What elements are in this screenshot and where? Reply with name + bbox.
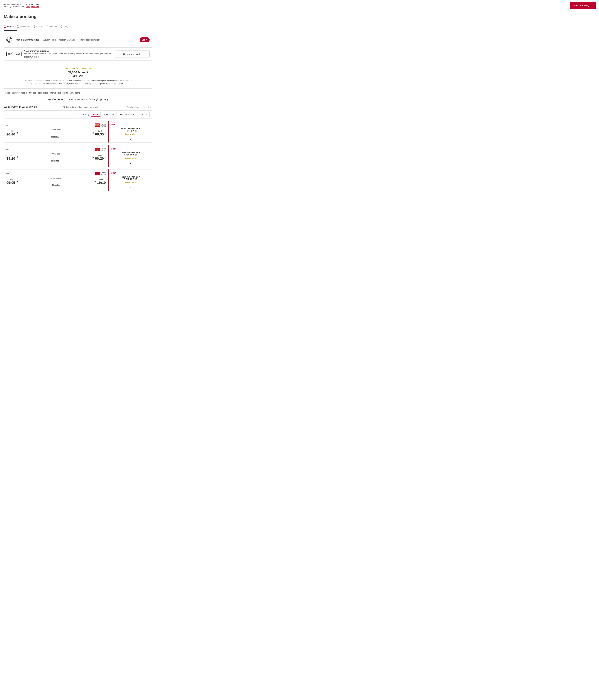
line-dot [95,181,96,182]
flight-line: 6 hrs 5 mins ✈ Non-stop [16,177,96,186]
step-payment[interactable]: 4 Payment [47,23,61,30]
sort-price-button[interactable]: Price [91,112,101,117]
flight-times: LHR 14:20 6 hrs 0 min ✈ Non-stop DXB 00:… [6,153,106,162]
nonstop-link[interactable]: Non-stop [51,160,59,162]
trip-info: One way · 1 passenger · Change search [3,5,40,8]
sort-departure-button[interactable]: Departure time [118,112,136,117]
price-amount: GBP 297.18 [124,130,138,132]
flight-number-row: 03 EMIRATES ✈ A380 EK008 [6,172,106,175]
sort-arrival-button[interactable]: Arrival time [102,112,117,117]
header-info: London Heathrow (LHR) to Dubai (DXB) One… [3,3,40,8]
view-summary-button[interactable]: View summary ⌄ [570,2,596,9]
currency-text: Your preferred currency You are viewing … [24,50,115,58]
departure-time: 20:40 [6,132,15,136]
flight-number: 01 [6,124,9,126]
departure-code: LHR [6,130,15,132]
sort-bar: Sort by: Price Arrival time Departure ti… [4,110,152,119]
svg-text:✈: ✈ [97,126,98,127]
page-header: London Heathrow (LHR) to Dubai (DXB) One… [0,0,599,11]
departure-time: 14:20 [6,156,15,160]
day-offset: +1 [104,133,106,134]
flight-card: 03 EMIRATES ✈ A380 EK008 LHR [4,169,152,191]
step-1-number: 1 [4,24,6,29]
departure-info: LHR 09:05 [6,178,15,185]
emirates-logo-icon: EMIRATES ✈ [95,172,100,175]
skywards-icon: © [6,37,12,43]
flight-number: 02 [6,148,9,151]
expand-flight-button[interactable]: ⌄ [129,137,131,140]
flight-number: 03 [6,172,9,175]
expand-flight-button[interactable]: ⌄ [129,161,131,165]
check-icon: ✓ [145,39,147,41]
emirates-logo-icon: EMIRATES ✈ [95,148,100,151]
next-day-link[interactable]: Next day › [143,106,152,108]
arrival-info: DXB 06:35+1 [95,130,106,136]
redeem-title: Redeem Skywards Miles [14,39,39,41]
flight-pricing-right[interactable]: First From 85,000 Miles + GBP 297.18 Low… [109,121,152,143]
currency-description: You are viewing prices in GBP. If you wo… [24,52,115,58]
fare-conditions-note: Please ensure you read the fare conditio… [4,92,152,94]
aircraft-type: A380 [101,148,106,149]
step-2-number: 2 [17,24,19,28]
plane-icon: ✈ [48,98,51,101]
flight-info-left: 03 EMIRATES ✈ A380 EK008 LHR [4,170,109,191]
departure-code: LHR [6,178,15,181]
flight-info-left: 01 EMIRATES ✈ A380 EK004 LHR [4,121,109,143]
flight-duration: 6 hrs 5 mins [51,177,61,179]
price-from-label: From 85,000 Miles + [121,152,140,154]
date-navigation: Wednesday, 11 August 2021 All times disp… [4,106,152,108]
line-dot [93,156,94,158]
sort-by-label: Sort by: [83,113,90,116]
lowest-price-tag: Lowest price [125,157,136,159]
lowest-price-label: Lowest price for all passengers [7,67,149,69]
flight-code: EK004 [101,125,106,127]
expand-flight-button[interactable]: ⌄ [129,185,131,189]
flight-number-row: 02 EMIRATES ✈ A380 EK002 [6,148,106,151]
svg-text:✈: ✈ [97,174,98,175]
day-offset: +1 [104,157,106,159]
times-note: All times displayed are local for each c… [63,106,100,108]
currency-arrow-icon: › [14,53,14,55]
flight-pricing-right[interactable]: First From 85,000 Miles + GBP 297.18 Low… [109,145,152,167]
nonstop-link[interactable]: Non-stop [51,135,59,138]
flight-line-visual: ✈ [16,156,94,158]
step-passengers[interactable]: 2 Passengers [17,23,33,30]
day-navigation: ‹ Previous day | Next day › [126,106,152,108]
previous-day-link[interactable]: ‹ Previous day [126,106,139,108]
currency-icons: GBP › AUD [6,52,22,56]
step-5-label: Verify [63,25,69,28]
arrival-time: 00:20+1 [95,156,106,160]
cabin-class-label: First [111,148,116,150]
flight-pricing-right[interactable]: First From 85,000 Miles + GBP 297.18 Low… [109,170,152,191]
flight-times: LHR 20:40 5 hrs 55 mins ✈ Non-stop DXB 0… [6,129,106,138]
arrival-code: DXB [95,130,106,132]
flight-number-row: 01 EMIRATES ✈ A380 EK004 [6,123,106,127]
chevron-down-icon: ⌄ [591,4,593,7]
redeem-description: Would you like to redeem Skywards Miles … [43,39,100,41]
step-flights[interactable]: 1 Flights [4,22,17,31]
aircraft-info: EMIRATES ✈ A380 EK004 [95,123,106,127]
departure-info: LHR 14:20 [6,154,15,160]
step-3-number: 3 [33,24,35,28]
svg-text:✈: ✈ [97,150,98,151]
currency-converter-button[interactable]: Currency converter [115,51,150,58]
line-dash [18,133,93,133]
step-4-number: 4 [47,24,48,28]
step-verify[interactable]: 5 Verify [61,23,72,30]
step-3-label: Options [37,25,43,28]
arrow-icon: ✈ [16,156,18,158]
outbound-section-header: ✈ Outbound, London Heathrow to Dubai (3 … [4,98,152,103]
svg-text:EMIRATES: EMIRATES [95,124,99,125]
flight-code: EK002 [101,149,106,151]
change-search-link[interactable]: Change search [26,5,40,8]
lowest-price-tag: Lowest price [125,181,136,184]
redeem-toggle[interactable]: ON ✓ [140,38,150,42]
flight-card: 01 EMIRATES ✈ A380 EK004 LHR [4,121,152,143]
step-4-label: Payment [49,25,57,28]
outbound-label: Outbound, London Heathrow to Dubai (3 op… [52,98,108,101]
flight-code: EK008 [101,174,106,175]
fare-conditions-link[interactable]: fare conditions [29,92,43,94]
step-options[interactable]: 3 Options [33,23,47,30]
nonstop-link[interactable]: Non-stop [52,184,60,186]
sort-duration-button[interactable]: Duration [137,112,150,117]
